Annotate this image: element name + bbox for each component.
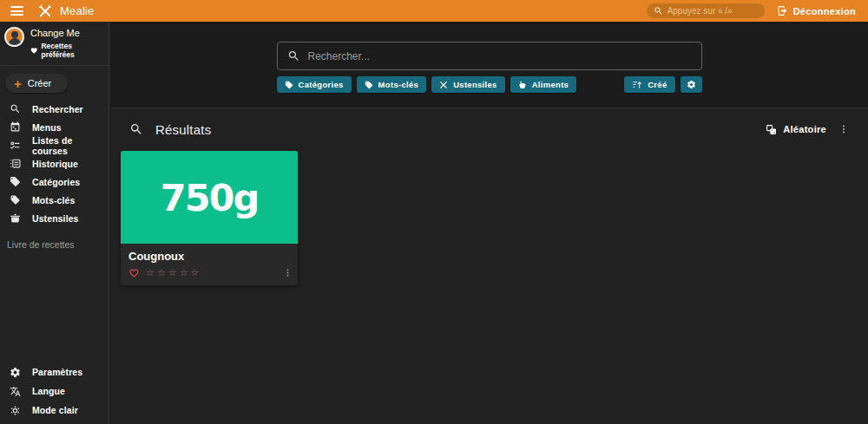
recipe-card[interactable]: 750g Cougnoux ☆ ☆ ☆ ☆ ☆: [121, 151, 298, 285]
topbar: Mealie Déconnexion: [0, 0, 868, 22]
sidebar-item-menus[interactable]: Menus: [0, 118, 108, 136]
sidebar-item-langue[interactable]: Langue: [0, 382, 108, 401]
search-section: Catégories Mots-clés Ustensiles: [110, 22, 868, 108]
logout-button[interactable]: Déconnexion: [777, 5, 856, 16]
star-icon[interactable]: ☆: [180, 267, 188, 278]
tag-icon: [10, 176, 21, 187]
favorite-recipes-link[interactable]: Recettes préférées: [30, 42, 103, 59]
gear-icon: [10, 367, 21, 378]
sidebar-item-listes-de-courses[interactable]: Listes de courses: [0, 136, 108, 154]
star-icon[interactable]: ☆: [191, 267, 200, 278]
hamburger-menu-icon[interactable]: [10, 6, 23, 16]
random-label: Aléatoire: [783, 124, 826, 134]
filter-mots-cles-button[interactable]: Mots-clés: [357, 76, 427, 93]
apple-icon: [518, 81, 527, 89]
sidebar-nav: Rechercher Menus Listes de courses: [0, 100, 108, 227]
recipe-title: Cougnoux: [121, 244, 298, 264]
search-icon: [287, 49, 300, 62]
sidebar: Change Me Recettes préférées + Créer Rec…: [0, 22, 109, 424]
translate-icon: [10, 386, 21, 397]
results-title: Résultats: [155, 122, 211, 137]
list-checks-icon: [10, 140, 21, 151]
results-header: Résultats Aléatoire: [110, 112, 868, 147]
heart-icon: [30, 47, 37, 55]
dots-vertical-icon: [283, 267, 293, 278]
topbar-search[interactable]: [647, 3, 765, 18]
logout-label: Déconnexion: [793, 6, 856, 16]
sidebar-item-rechercher[interactable]: Rechercher: [0, 100, 108, 118]
sort-ascending-icon: [632, 80, 642, 89]
plus-icon: +: [14, 77, 22, 90]
search-icon: [129, 122, 143, 136]
filter-ustensiles-button[interactable]: Ustensiles: [431, 76, 505, 93]
heart-outline-icon: [128, 268, 140, 278]
sidebar-item-mode-clair[interactable]: Mode clair: [0, 401, 108, 420]
cookbook-section-header: Livre de recettes: [0, 227, 108, 250]
sidebar-item-mots-cles[interactable]: Mots-clés: [0, 191, 108, 209]
silverware-icon: [439, 81, 448, 89]
recipe-search-input[interactable]: [308, 50, 692, 62]
create-label: Créer: [28, 78, 52, 88]
favorite-heart-button[interactable]: [128, 268, 140, 278]
sidebar-item-categories[interactable]: Catégories: [0, 173, 108, 191]
sun-icon: [10, 405, 21, 416]
dice-multiple-icon: [766, 124, 777, 135]
filter-aliments-button[interactable]: Aliments: [510, 76, 577, 93]
mealie-app: Mealie Déconnexion Change Me: [0, 0, 868, 424]
avatar[interactable]: [4, 27, 24, 47]
gear-icon: [687, 80, 696, 89]
filters-row: Catégories Mots-clés Ustensiles: [277, 76, 702, 93]
favorites-label: Recettes préférées: [41, 42, 103, 59]
tag-icon: [285, 81, 293, 89]
random-button[interactable]: Aléatoire: [766, 124, 826, 135]
tags-icon: [10, 194, 21, 205]
logout-icon: [777, 5, 788, 16]
star-icon[interactable]: ☆: [168, 267, 177, 278]
star-icon[interactable]: ☆: [157, 267, 166, 278]
mealie-silverware-logo-icon: [37, 3, 53, 19]
app-title: Mealie: [60, 4, 95, 17]
recipe-image[interactable]: 750g: [121, 151, 298, 244]
magnify-icon: [10, 103, 21, 114]
user-name: Change Me: [30, 28, 103, 38]
recipe-rating-row: ☆ ☆ ☆ ☆ ☆: [121, 264, 298, 285]
search-icon: [654, 6, 663, 16]
filter-categories-button[interactable]: Catégories: [277, 76, 352, 93]
pot-icon: [10, 212, 21, 224]
recipe-image-brand-text: 750g: [161, 176, 259, 219]
results-menu-button[interactable]: [838, 123, 849, 135]
history-book-icon: [10, 158, 21, 169]
create-button[interactable]: + Créer: [5, 74, 68, 93]
main-content: Catégories Mots-clés Ustensiles: [110, 22, 868, 424]
calendar-icon: [10, 121, 21, 133]
topbar-search-input[interactable]: [667, 6, 758, 16]
sidebar-item-ustensiles[interactable]: Ustensiles: [0, 209, 108, 227]
search-settings-button[interactable]: [681, 76, 702, 93]
sidebar-item-historique[interactable]: Historique: [0, 154, 108, 173]
sidebar-item-parametres[interactable]: Paramètres: [0, 362, 108, 382]
sidebar-footer: Paramètres Langue Mode clair: [0, 362, 108, 424]
star-icon[interactable]: ☆: [146, 267, 155, 278]
recipe-search-box[interactable]: [277, 42, 702, 70]
recipe-menu-button[interactable]: [283, 267, 293, 278]
tags-icon: [365, 81, 373, 89]
dots-vertical-icon: [838, 123, 849, 135]
user-block[interactable]: Change Me Recettes préférées: [0, 22, 108, 66]
sort-created-button[interactable]: Créé: [624, 76, 674, 93]
